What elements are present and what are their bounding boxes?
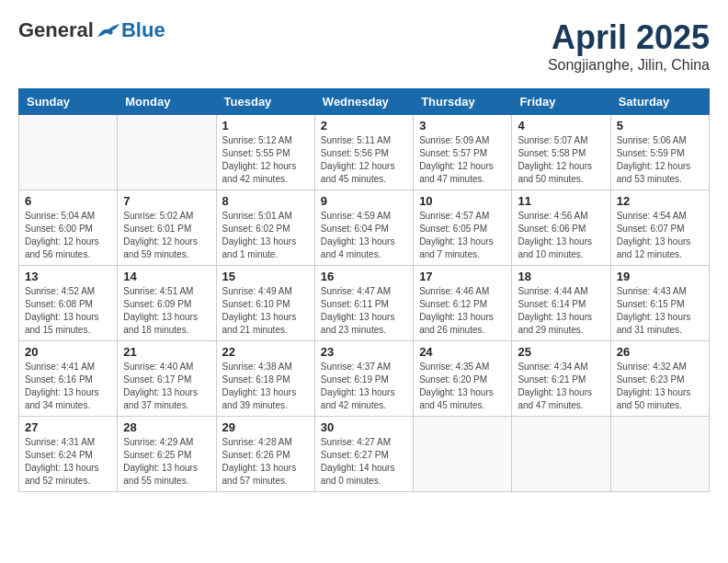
day-number: 8 xyxy=(222,194,309,208)
day-info: Sunrise: 4:52 AM Sunset: 6:08 PM Dayligh… xyxy=(25,285,111,337)
day-number: 28 xyxy=(123,420,210,434)
day-number: 12 xyxy=(617,194,703,208)
day-number: 16 xyxy=(321,270,407,283)
day-number: 23 xyxy=(321,345,407,359)
logo-bird-icon xyxy=(96,20,121,40)
calendar-week-row: 20Sunrise: 4:41 AM Sunset: 6:16 PM Dayli… xyxy=(19,341,710,417)
logo-general-text: General xyxy=(18,18,94,42)
day-number: 22 xyxy=(222,345,309,359)
day-number: 15 xyxy=(222,270,309,283)
day-info: Sunrise: 4:28 AM Sunset: 6:26 PM Dayligh… xyxy=(222,436,309,488)
calendar-week-row: 1Sunrise: 5:12 AM Sunset: 5:55 PM Daylig… xyxy=(19,115,710,190)
day-number: 7 xyxy=(123,194,210,208)
day-info: Sunrise: 4:57 AM Sunset: 6:05 PM Dayligh… xyxy=(419,210,506,261)
day-info: Sunrise: 4:44 AM Sunset: 6:14 PM Dayligh… xyxy=(518,285,604,337)
day-info: Sunrise: 5:09 AM Sunset: 5:57 PM Dayligh… xyxy=(419,134,506,186)
day-info: Sunrise: 4:49 AM Sunset: 6:10 PM Dayligh… xyxy=(222,285,309,337)
table-row: 1Sunrise: 5:12 AM Sunset: 5:55 PM Daylig… xyxy=(216,115,314,190)
day-info: Sunrise: 4:40 AM Sunset: 6:17 PM Dayligh… xyxy=(123,361,210,412)
calendar-header-row: Sunday Monday Tuesday Wednesday Thursday… xyxy=(19,89,710,115)
col-sunday: Sunday xyxy=(19,89,118,115)
day-info: Sunrise: 4:27 AM Sunset: 6:27 PM Dayligh… xyxy=(321,436,407,488)
calendar-week-row: 27Sunrise: 4:31 AM Sunset: 6:24 PM Dayli… xyxy=(19,417,710,492)
day-info: Sunrise: 5:04 AM Sunset: 6:00 PM Dayligh… xyxy=(25,210,111,261)
table-row xyxy=(118,115,216,190)
day-number: 29 xyxy=(222,420,309,434)
day-number: 2 xyxy=(321,119,407,132)
day-info: Sunrise: 4:35 AM Sunset: 6:20 PM Dayligh… xyxy=(419,361,506,412)
day-info: Sunrise: 4:41 AM Sunset: 6:16 PM Dayligh… xyxy=(25,361,111,412)
table-row: 5Sunrise: 5:06 AM Sunset: 5:59 PM Daylig… xyxy=(610,115,709,190)
day-info: Sunrise: 5:07 AM Sunset: 5:58 PM Dayligh… xyxy=(518,134,604,186)
table-row: 26Sunrise: 4:32 AM Sunset: 6:23 PM Dayli… xyxy=(610,341,709,417)
table-row xyxy=(414,417,512,492)
table-row: 16Sunrise: 4:47 AM Sunset: 6:11 PM Dayli… xyxy=(314,266,413,341)
table-row: 9Sunrise: 4:59 AM Sunset: 6:04 PM Daylig… xyxy=(314,190,413,266)
day-number: 14 xyxy=(123,270,210,283)
table-row: 21Sunrise: 4:40 AM Sunset: 6:17 PM Dayli… xyxy=(118,341,216,417)
table-row: 22Sunrise: 4:38 AM Sunset: 6:18 PM Dayli… xyxy=(216,341,314,417)
col-tuesday: Tuesday xyxy=(216,89,314,115)
location-subtitle: Songjianghe, Jilin, China xyxy=(548,57,710,74)
table-row: 11Sunrise: 4:56 AM Sunset: 6:06 PM Dayli… xyxy=(512,190,610,266)
day-number: 24 xyxy=(419,345,506,359)
day-number: 3 xyxy=(419,119,506,132)
table-row: 7Sunrise: 5:02 AM Sunset: 6:01 PM Daylig… xyxy=(118,190,216,266)
col-monday: Monday xyxy=(118,89,216,115)
day-number: 26 xyxy=(617,345,703,359)
table-row: 23Sunrise: 4:37 AM Sunset: 6:19 PM Dayli… xyxy=(314,341,413,417)
table-row: 19Sunrise: 4:43 AM Sunset: 6:15 PM Dayli… xyxy=(610,266,709,341)
day-info: Sunrise: 4:59 AM Sunset: 6:04 PM Dayligh… xyxy=(321,210,407,261)
table-row: 29Sunrise: 4:28 AM Sunset: 6:26 PM Dayli… xyxy=(216,417,314,492)
table-row: 14Sunrise: 4:51 AM Sunset: 6:09 PM Dayli… xyxy=(118,266,216,341)
day-number: 6 xyxy=(25,194,111,208)
day-info: Sunrise: 4:34 AM Sunset: 6:21 PM Dayligh… xyxy=(518,361,604,412)
table-row: 10Sunrise: 4:57 AM Sunset: 6:05 PM Dayli… xyxy=(414,190,512,266)
day-info: Sunrise: 4:31 AM Sunset: 6:24 PM Dayligh… xyxy=(25,436,111,488)
table-row: 15Sunrise: 4:49 AM Sunset: 6:10 PM Dayli… xyxy=(216,266,314,341)
day-info: Sunrise: 4:54 AM Sunset: 6:07 PM Dayligh… xyxy=(617,210,703,261)
table-row: 30Sunrise: 4:27 AM Sunset: 6:27 PM Dayli… xyxy=(314,417,413,492)
logo-blue-text: Blue xyxy=(121,18,165,42)
table-row: 3Sunrise: 5:09 AM Sunset: 5:57 PM Daylig… xyxy=(414,115,512,190)
day-number: 20 xyxy=(25,345,111,359)
table-row: 2Sunrise: 5:11 AM Sunset: 5:56 PM Daylig… xyxy=(314,115,413,190)
day-number: 1 xyxy=(222,119,309,132)
table-row: 13Sunrise: 4:52 AM Sunset: 6:08 PM Dayli… xyxy=(19,266,118,341)
day-number: 13 xyxy=(25,270,111,283)
day-number: 9 xyxy=(321,194,407,208)
day-info: Sunrise: 4:43 AM Sunset: 6:15 PM Dayligh… xyxy=(617,285,703,337)
day-info: Sunrise: 4:32 AM Sunset: 6:23 PM Dayligh… xyxy=(617,361,703,412)
table-row: 20Sunrise: 4:41 AM Sunset: 6:16 PM Dayli… xyxy=(19,341,118,417)
day-number: 25 xyxy=(518,345,604,359)
day-number: 27 xyxy=(25,420,111,434)
day-info: Sunrise: 4:29 AM Sunset: 6:25 PM Dayligh… xyxy=(123,436,210,488)
month-title: April 2025 xyxy=(548,18,710,57)
day-info: Sunrise: 5:06 AM Sunset: 5:59 PM Dayligh… xyxy=(617,134,703,186)
calendar-week-row: 13Sunrise: 4:52 AM Sunset: 6:08 PM Dayli… xyxy=(19,266,710,341)
day-number: 11 xyxy=(518,194,604,208)
logo: General Blue xyxy=(18,18,165,42)
day-number: 18 xyxy=(518,270,604,283)
table-row: 6Sunrise: 5:04 AM Sunset: 6:00 PM Daylig… xyxy=(19,190,118,266)
table-row: 24Sunrise: 4:35 AM Sunset: 6:20 PM Dayli… xyxy=(414,341,512,417)
day-number: 17 xyxy=(419,270,506,283)
day-info: Sunrise: 4:47 AM Sunset: 6:11 PM Dayligh… xyxy=(321,285,407,337)
table-row xyxy=(512,417,610,492)
table-row: 4Sunrise: 5:07 AM Sunset: 5:58 PM Daylig… xyxy=(512,115,610,190)
day-number: 4 xyxy=(518,119,604,132)
day-number: 30 xyxy=(321,420,407,434)
table-row: 18Sunrise: 4:44 AM Sunset: 6:14 PM Dayli… xyxy=(512,266,610,341)
day-info: Sunrise: 4:56 AM Sunset: 6:06 PM Dayligh… xyxy=(518,210,604,261)
table-row: 8Sunrise: 5:01 AM Sunset: 6:02 PM Daylig… xyxy=(216,190,314,266)
day-info: Sunrise: 4:37 AM Sunset: 6:19 PM Dayligh… xyxy=(321,361,407,412)
day-number: 19 xyxy=(617,270,703,283)
table-row: 17Sunrise: 4:46 AM Sunset: 6:12 PM Dayli… xyxy=(414,266,512,341)
table-row xyxy=(19,115,118,190)
day-number: 10 xyxy=(419,194,506,208)
col-wednesday: Wednesday xyxy=(314,89,413,115)
title-section: April 2025 Songjianghe, Jilin, China xyxy=(548,18,710,74)
day-info: Sunrise: 5:11 AM Sunset: 5:56 PM Dayligh… xyxy=(321,134,407,186)
day-info: Sunrise: 4:38 AM Sunset: 6:18 PM Dayligh… xyxy=(222,361,309,412)
table-row: 28Sunrise: 4:29 AM Sunset: 6:25 PM Dayli… xyxy=(118,417,216,492)
